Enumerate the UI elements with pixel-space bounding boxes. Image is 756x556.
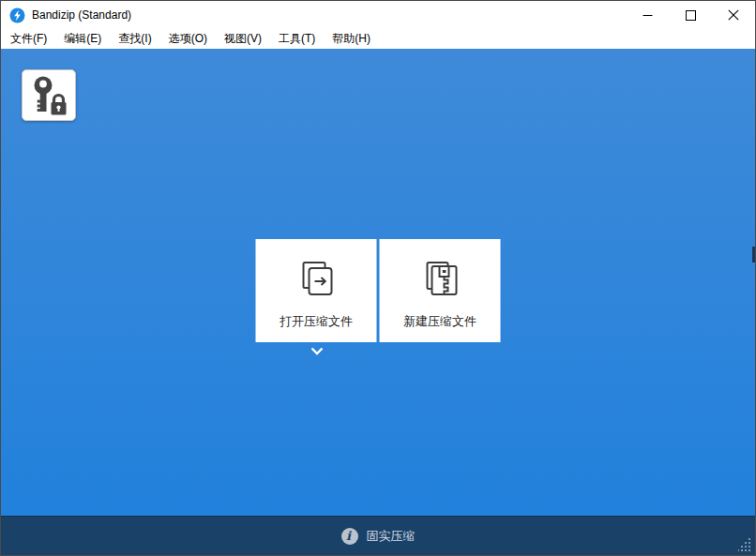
maximize-icon bbox=[686, 10, 696, 21]
menu-find[interactable]: 查找(I) bbox=[110, 28, 159, 51]
status-message: 固实压缩 bbox=[367, 528, 416, 545]
menu-help[interactable]: 帮助(H) bbox=[324, 28, 379, 51]
new-archive-label: 新建压缩文件 bbox=[403, 313, 476, 330]
quick-action-buttons: 打开压缩文件 新建压缩文件 bbox=[256, 239, 501, 342]
statusbar: i 固实压缩 bbox=[1, 516, 755, 555]
open-archive-button[interactable]: 打开压缩文件 bbox=[256, 239, 377, 342]
main-area: 打开压缩文件 新建压缩文件 bbox=[1, 49, 755, 516]
window-controls bbox=[626, 1, 755, 29]
menu-file[interactable]: 文件(F) bbox=[2, 28, 55, 51]
bandizip-window: Bandizip (Standard) 文件(F) 编辑(E) bbox=[0, 0, 756, 556]
titlebar: Bandizip (Standard) bbox=[1, 1, 755, 29]
new-archive-icon bbox=[418, 258, 461, 301]
chevron-down-icon bbox=[310, 347, 324, 355]
window-title: Bandizip (Standard) bbox=[32, 8, 131, 22]
menubar: 文件(F) 编辑(E) 查找(I) 选项(O) 视图(V) 工具(T) 帮助(H… bbox=[1, 29, 755, 49]
bandizip-logo-icon bbox=[9, 8, 25, 23]
right-edge-marker bbox=[752, 247, 755, 263]
minimize-button[interactable] bbox=[626, 1, 669, 29]
minimize-icon bbox=[643, 10, 653, 21]
key-lock-icon bbox=[29, 74, 68, 117]
open-archive-icon bbox=[295, 258, 338, 301]
close-icon bbox=[728, 9, 739, 21]
password-button[interactable] bbox=[22, 69, 76, 121]
recent-archives-expander[interactable] bbox=[310, 345, 325, 356]
close-button[interactable] bbox=[712, 1, 755, 29]
menu-options[interactable]: 选项(O) bbox=[160, 28, 216, 51]
menu-tools[interactable]: 工具(T) bbox=[270, 28, 324, 51]
info-icon: i bbox=[341, 528, 358, 545]
maximize-button[interactable] bbox=[669, 1, 712, 29]
resize-grip[interactable] bbox=[738, 538, 751, 551]
open-archive-label: 打开压缩文件 bbox=[280, 313, 353, 330]
menu-edit[interactable]: 编辑(E) bbox=[55, 28, 110, 51]
new-archive-button[interactable]: 新建压缩文件 bbox=[380, 239, 501, 342]
menu-view[interactable]: 视图(V) bbox=[216, 28, 270, 51]
